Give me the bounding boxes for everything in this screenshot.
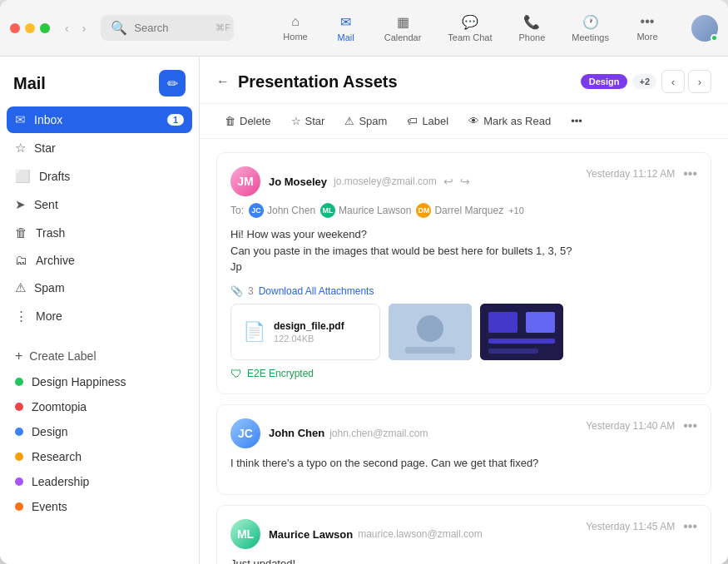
sidebar-item-star[interactable]: ☆ Star: [7, 135, 192, 161]
home-icon: ⌂: [291, 14, 300, 29]
sidebar-item-inbox-label: Inbox: [34, 113, 62, 126]
tab-more[interactable]: ••• More: [622, 7, 672, 49]
minimize-button[interactable]: [25, 23, 35, 33]
spam-button[interactable]: ⚠ Spam: [336, 111, 395, 131]
trash-icon: 🗑: [15, 225, 27, 240]
label-research[interactable]: Research: [7, 444, 192, 469]
search-input[interactable]: [134, 22, 209, 34]
back-button[interactable]: ‹: [60, 18, 74, 38]
label-design-happiness[interactable]: Design Happiness: [7, 369, 192, 394]
label-zoomtopia-name: Zoomtopia: [32, 400, 87, 413]
nav-arrows: ‹ ›: [60, 18, 91, 38]
msg-1-info: Jo Moseley jo.moseley@zmail.com ↩ ↪: [269, 175, 470, 188]
file-size: 122.04KB: [274, 334, 344, 344]
online-indicator: [711, 34, 718, 42]
image-thumbnail-2[interactable]: [480, 304, 563, 360]
mark-as-read-label: Mark as Read: [483, 115, 551, 127]
sidebar-title: Mail: [13, 74, 46, 93]
next-thread-button[interactable]: ›: [688, 70, 711, 93]
msg-2-more-button[interactable]: •••: [683, 418, 697, 433]
sidebar-item-more[interactable]: ⋮ More: [7, 303, 192, 329]
sidebar-item-sent[interactable]: ➤ Sent: [7, 191, 192, 218]
message-2: JC John Chen john.chen@zmail.com Yesterd…: [216, 404, 711, 496]
tag-more[interactable]: +2: [632, 74, 656, 89]
mark-as-read-button[interactable]: 👁 Mark as Read: [460, 111, 559, 131]
drafts-icon: ⬜: [15, 169, 31, 184]
forward-icon[interactable]: ↪: [460, 175, 470, 188]
forward-button[interactable]: ›: [77, 18, 92, 38]
sidebar-item-spam[interactable]: ⚠ Spam: [7, 275, 192, 301]
svg-rect-7: [488, 349, 538, 354]
msg-1-email: jo.moseley@zmail.com: [334, 176, 437, 187]
tab-phone[interactable]: 📞 Phone: [506, 7, 559, 49]
sidebar-item-archive[interactable]: 🗂 Archive: [7, 247, 192, 273]
msg-1-name: Jo Moseley: [269, 176, 327, 188]
label-leadership[interactable]: Leadership: [7, 469, 192, 494]
msg-1-body: Hi! How was your weekend? Can you paste …: [230, 226, 697, 275]
sidebar-item-trash[interactable]: 🗑 Trash: [7, 220, 192, 245]
attachments: 📄 design_file.pdf 122.04KB: [230, 304, 697, 360]
label-design[interactable]: Design: [7, 419, 192, 444]
recipient-darrel: DM Darrel Marquez: [416, 203, 503, 218]
spam-tool-icon: ⚠: [344, 115, 354, 127]
label-design-dot: [15, 428, 23, 436]
maurice-chip-name: Maurice Lawson: [339, 205, 411, 216]
spam-label: Spam: [359, 115, 387, 127]
labels-section: + Create Label Design Happiness Zoomtopi…: [0, 343, 199, 519]
tab-calendar-label: Calendar: [384, 32, 422, 42]
archive-icon: 🗂: [15, 253, 27, 267]
sidebar-item-sent-label: Sent: [34, 198, 58, 211]
tag-design[interactable]: Design: [581, 74, 628, 89]
tab-home[interactable]: ⌂ Home: [270, 7, 320, 49]
sidebar-item-drafts[interactable]: ⬜ Drafts: [7, 163, 192, 190]
search-bar[interactable]: 🔍 ⌘F: [101, 15, 234, 41]
maximize-button[interactable]: [40, 23, 50, 33]
msg-1-more-button[interactable]: •••: [683, 166, 697, 181]
msg-3-sender: ML Maurice Lawson maurice.lawson@zmail.c…: [230, 519, 483, 549]
compose-icon: ✏: [167, 76, 178, 92]
tab-more-label: More: [636, 32, 657, 42]
msg-1-avatar: JM: [230, 166, 260, 196]
spam-icon: ⚠: [15, 280, 26, 295]
close-button[interactable]: [10, 23, 20, 33]
svg-rect-4: [488, 312, 518, 333]
file-attachment[interactable]: 📄 design_file.pdf 122.04KB: [230, 304, 380, 360]
sidebar-item-trash-label: Trash: [36, 226, 65, 240]
encrypted-badge: 🛡 E2E Encrypted: [230, 367, 697, 380]
tab-phone-label: Phone: [519, 32, 546, 42]
label-button[interactable]: 🏷 Label: [399, 111, 457, 131]
recipient-maurice: ML Maurice Lawson: [320, 203, 411, 218]
star-label: Star: [305, 115, 325, 127]
delete-label: Delete: [240, 115, 271, 127]
image-thumbnail-1[interactable]: [389, 304, 472, 360]
attachments-row: 📎 3 Download All Attachments: [230, 285, 697, 297]
label-events[interactable]: Events: [7, 494, 192, 519]
compose-button[interactable]: ✏: [159, 70, 186, 96]
sent-icon: ➤: [15, 197, 26, 212]
tab-meetings[interactable]: 🕐 Meetings: [558, 7, 622, 49]
paperclip-icon: 📎: [230, 285, 243, 297]
user-avatar-wrap[interactable]: [691, 15, 718, 42]
reply-icon[interactable]: ↩: [443, 175, 453, 188]
label-zoomtopia[interactable]: Zoomtopia: [7, 394, 192, 419]
toolbar-more-button[interactable]: •••: [562, 111, 591, 131]
star-button[interactable]: ☆ Star: [283, 111, 334, 131]
prev-thread-button[interactable]: ‹: [661, 70, 685, 93]
tab-team-chat[interactable]: 💬 Team Chat: [434, 7, 505, 49]
john-chip-avatar: JC: [249, 203, 264, 218]
maurice-chip-avatar: ML: [320, 203, 335, 218]
tab-mail[interactable]: ✉ Mail: [321, 7, 371, 49]
back-to-inbox-button[interactable]: ←: [216, 74, 230, 89]
msg-3-info: Maurice Lawson maurice.lawson@zmail.com: [269, 528, 483, 541]
tab-calendar[interactable]: ▦ Calendar: [371, 7, 435, 49]
sidebar-item-inbox[interactable]: ✉ Inbox 1: [7, 106, 192, 133]
label-design-happiness-name: Design Happiness: [32, 375, 126, 388]
delete-button[interactable]: 🗑 Delete: [216, 111, 280, 131]
create-label-button[interactable]: + Create Label: [7, 343, 192, 369]
msg-3-more-button[interactable]: •••: [683, 519, 697, 534]
extra-recipients: +10: [508, 205, 524, 215]
download-all-link[interactable]: Download All Attachments: [259, 285, 374, 297]
titlebar: ‹ › 🔍 ⌘F ⌂ Home ✉ Mail ▦ Calendar 💬 Team: [0, 0, 728, 57]
nav-tabs: ⌂ Home ✉ Mail ▦ Calendar 💬 Team Chat 📞 P…: [250, 7, 691, 49]
msg-3-avatar: ML: [230, 519, 260, 549]
